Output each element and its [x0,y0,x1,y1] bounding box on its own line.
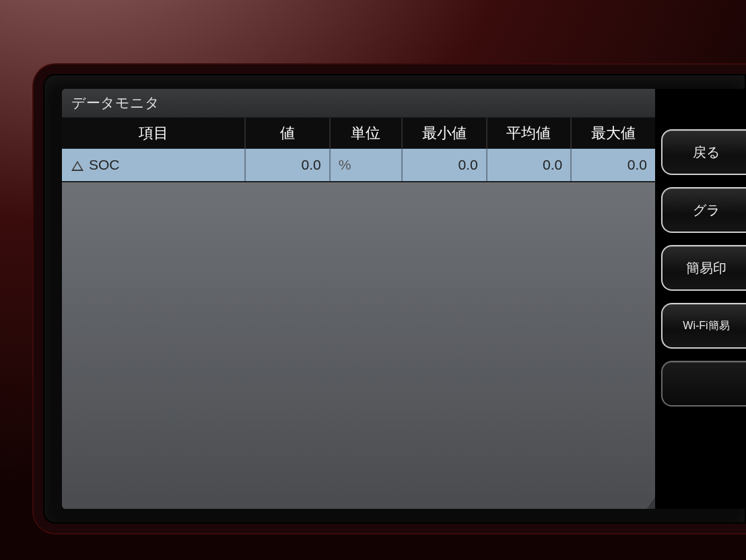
col-header-unit: 単位 [330,118,402,149]
cell-item: SOC [62,149,245,181]
table-row[interactable]: SOC 0.0 % 0.0 0.0 0.0 [62,149,655,181]
cell-item-text: SOC [89,157,120,172]
wifi-print-button[interactable]: Wi-Fi簡易 [661,303,746,349]
triangle-delta-icon [71,161,83,171]
table-header-row: 項目 値 単位 最小値 平均値 最大値 [62,118,655,149]
col-header-max: 最大値 [571,118,655,149]
cell-avg: 0.0 [487,149,572,181]
table-body-empty-area [62,181,655,509]
cell-value: 0.0 [245,149,330,181]
device-bezel: データモニタ 項目 値 単位 最小値 平均値 最大値 [43,74,746,524]
col-header-avg: 平均値 [487,118,572,149]
screen: データモニタ 項目 値 単位 最小値 平均値 最大値 [62,89,746,509]
back-button[interactable]: 戻る [661,129,746,175]
col-header-min: 最小値 [402,118,487,149]
simple-print-button[interactable]: 簡易印 [661,245,746,291]
device-body: データモニタ 項目 値 単位 最小値 平均値 最大値 [0,0,746,560]
cell-unit: % [330,149,402,181]
main-pane: データモニタ 項目 値 単位 最小値 平均値 最大値 [62,89,657,509]
data-table: 項目 値 単位 最小値 平均値 最大値 SOC [62,118,655,181]
side-button-column: 戻る グラ 簡易印 Wi-Fi簡易 [657,89,746,509]
side-button-empty[interactable] [661,361,746,407]
col-header-item: 項目 [62,118,245,149]
cell-min: 0.0 [402,149,487,181]
col-header-value: 値 [245,118,330,149]
cell-max: 0.0 [571,149,655,181]
page-title: データモニタ [62,89,655,118]
graph-button[interactable]: グラ [661,187,746,233]
